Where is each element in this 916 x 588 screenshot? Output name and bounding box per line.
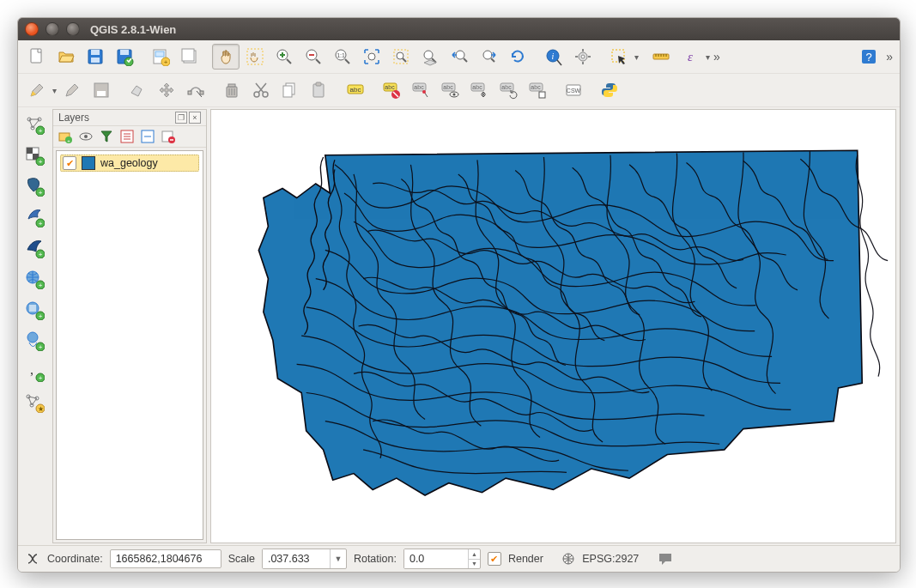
new-shapefile-button[interactable]: ★ [20, 389, 49, 416]
change-label-button[interactable]: abc [524, 77, 551, 103]
crs-icon[interactable] [561, 552, 575, 566]
undock-panel-icon[interactable]: ❐ [175, 112, 187, 124]
zoom-in-icon [275, 47, 294, 66]
save-project-button[interactable] [82, 44, 109, 70]
expand-all-button[interactable] [118, 128, 136, 145]
svg-point-30 [456, 51, 464, 59]
remove-layer-button[interactable] [160, 128, 177, 145]
close-icon[interactable] [25, 22, 39, 36]
add-spatialite-layer-button[interactable]: + [20, 203, 49, 231]
metasearch-button[interactable]: CSW [560, 77, 587, 103]
svg-text:+: + [39, 312, 43, 320]
measure-button[interactable] [647, 44, 675, 70]
scale-select[interactable]: ▼ [262, 549, 347, 569]
labeling-button[interactable]: abc [342, 77, 369, 103]
scale-value[interactable] [263, 549, 330, 568]
layers-tree[interactable]: wa_geology [56, 150, 203, 540]
node-tool-button[interactable] [182, 77, 209, 103]
move-label-button[interactable]: abc [465, 77, 493, 103]
layer-item[interactable]: wa_geology [60, 155, 199, 172]
rotation-spinner[interactable]: ▲▼ [403, 549, 481, 569]
add-group-button[interactable]: + [57, 128, 74, 145]
svg-rect-64 [283, 86, 292, 97]
toggle-extents-icon[interactable] [25, 551, 40, 567]
new-print-composer-button[interactable]: + [147, 44, 174, 70]
crs-label[interactable]: EPSG:2927 [582, 553, 639, 565]
svg-rect-132 [142, 130, 154, 142]
svg-text:+: + [39, 374, 43, 382]
rotation-label: Rotation: [354, 553, 397, 565]
maximize-icon[interactable] [66, 22, 80, 36]
pin-label-button[interactable]: abc [407, 77, 434, 103]
rotate-label-button[interactable]: abc [494, 77, 522, 103]
add-wcs-layer-button[interactable]: + [20, 296, 49, 324]
refresh-icon [508, 47, 527, 66]
add-wms-layer-button[interactable]: + [20, 265, 49, 293]
zoom-last-button[interactable] [446, 44, 473, 70]
svg-rect-109 [29, 305, 36, 312]
open-project-button[interactable] [52, 44, 80, 70]
add-feature-button[interactable] [124, 77, 151, 103]
zoom-to-selection-button[interactable] [387, 44, 415, 70]
add-vector-layer-button[interactable]: + [20, 111, 49, 138]
layer-visibility-checkbox[interactable] [63, 156, 76, 170]
minimize-icon[interactable] [45, 22, 59, 36]
filter-legend-button[interactable] [98, 128, 115, 145]
add-wfs-layer-button[interactable]: + [20, 327, 49, 355]
manage-visibility-button[interactable] [77, 128, 94, 145]
options-button[interactable] [569, 44, 597, 70]
zoom-native-button[interactable]: 1:1 [329, 44, 356, 70]
label-settings-button[interactable]: abc [378, 77, 405, 103]
current-edits-button[interactable] [58, 77, 86, 103]
svg-text:abc: abc [414, 84, 424, 90]
chevron-down-icon[interactable]: ▼ [330, 549, 346, 568]
rotation-value[interactable] [404, 549, 468, 568]
identify-icon: i [544, 47, 563, 66]
show-hide-labels-button[interactable]: abc [436, 77, 464, 103]
delete-selected-button[interactable] [218, 77, 246, 103]
add-mssql-layer-button[interactable]: + [20, 234, 49, 262]
zoom-to-layer-button[interactable] [416, 44, 444, 70]
render-checkbox[interactable] [488, 552, 501, 566]
svg-rect-54 [188, 91, 191, 94]
copy-features-button[interactable] [276, 77, 304, 103]
toolbar-overflow-icon[interactable]: » [712, 50, 722, 64]
toolbar-overflow2-icon[interactable]: » [884, 50, 895, 64]
map-canvas[interactable] [210, 109, 896, 543]
spin-up-icon[interactable]: ▲ [468, 549, 480, 559]
zoom-out-button[interactable] [300, 44, 327, 70]
pan-to-selection-button[interactable] [241, 44, 269, 70]
zoom-in-button[interactable] [270, 44, 298, 70]
close-panel-icon[interactable]: × [189, 112, 201, 124]
cut-features-button[interactable] [247, 77, 275, 103]
identify-button[interactable]: i [540, 44, 567, 70]
new-project-button[interactable] [23, 44, 51, 70]
toggle-editing-button[interactable] [23, 77, 51, 103]
zoom-next-button[interactable] [475, 44, 502, 70]
paste-features-button[interactable] [306, 77, 333, 103]
pan-button[interactable] [212, 44, 240, 70]
collapse-all-button[interactable] [139, 128, 156, 145]
help-button[interactable]: ? [855, 44, 883, 70]
svg-point-124 [65, 136, 72, 143]
zoom-full-button[interactable] [358, 44, 385, 70]
show-hide-labels-icon: abc [440, 81, 459, 100]
expression-button[interactable]: ε [676, 44, 704, 70]
select-features-button[interactable] [605, 44, 633, 70]
save-layer-edits-button[interactable] [88, 77, 115, 103]
layer-name-label: wa_geology [100, 157, 158, 169]
remove-layer-icon [161, 130, 175, 143]
add-raster-layer-button[interactable]: + [20, 142, 49, 169]
coordinate-input[interactable] [110, 549, 221, 568]
save-project-as-button[interactable] [111, 44, 138, 70]
add-postgis-layer-button[interactable]: + [20, 173, 49, 200]
spin-down-icon[interactable]: ▼ [468, 559, 480, 569]
refresh-button[interactable] [504, 44, 531, 70]
titlebar: QGIS 2.8.1-Wien [18, 18, 900, 40]
composer-manager-button[interactable] [176, 44, 203, 70]
move-feature-button[interactable] [153, 77, 180, 103]
python-console-button[interactable] [596, 77, 623, 103]
add-delimited-text-button[interactable]: ,+ [20, 358, 49, 385]
messages-icon[interactable] [658, 551, 673, 567]
svg-text:+: + [39, 220, 43, 227]
